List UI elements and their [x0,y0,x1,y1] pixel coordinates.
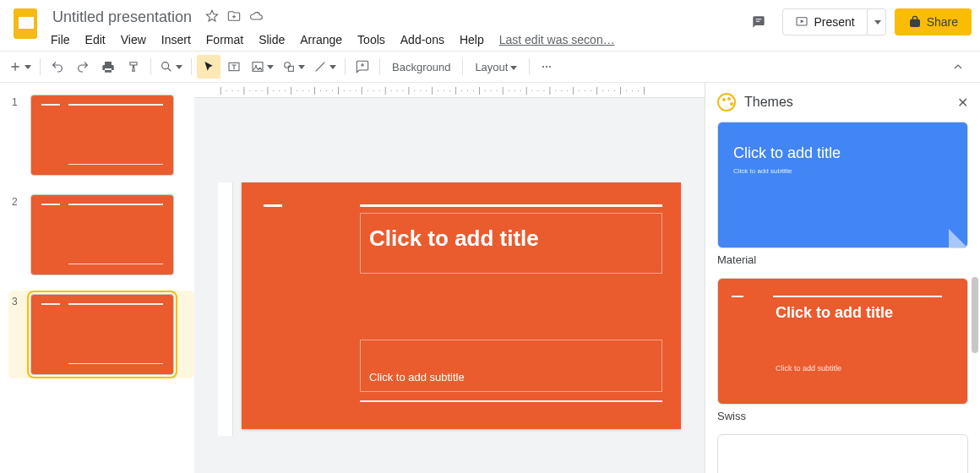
filmstrip: 1 2 3 [0,83,194,473]
present-dropdown[interactable] [868,8,886,35]
theme-card-material[interactable]: Click to add title Click to add subtitle [717,122,968,248]
thumbnail-preview [30,194,174,275]
slide-canvas[interactable]: Click to add title Click to add subtitle [242,182,681,429]
move-icon[interactable] [227,9,241,25]
slide-number: 1 [12,95,24,108]
select-tool-button[interactable] [197,55,220,79]
slide-thumbnail-2[interactable]: 2 [8,191,194,279]
new-slide-button[interactable] [5,55,35,79]
image-tool-button[interactable] [248,55,277,79]
themes-list[interactable]: Click to add title Click to add subtitle… [705,122,980,473]
themes-panel: Themes ✕ Click to add title Click to add… [705,83,980,473]
zoom-button[interactable] [156,55,186,79]
svg-point-1 [162,63,169,69]
star-icon[interactable] [205,9,219,25]
close-panel-button[interactable]: ✕ [957,95,968,111]
chevron-down-icon [24,65,31,69]
slide-accent-short [264,204,282,207]
themes-icon [717,93,736,111]
slide-number: 2 [12,194,24,208]
menu-slide[interactable]: Slide [257,31,286,48]
slides-logo[interactable] [8,7,42,41]
slides-logo-icon [14,8,37,39]
menu-addons[interactable]: Add-ons [399,31,446,48]
doc-title[interactable]: Untitled presentation [49,7,195,28]
menu-view[interactable]: View [119,31,148,48]
add-comment-button[interactable] [351,55,374,79]
open-comments-button[interactable] [743,7,774,37]
menu-edit[interactable]: Edit [84,31,107,48]
collapse-toolbar-button[interactable] [946,55,970,79]
print-button[interactable] [96,55,120,79]
horizontal-ruler[interactable]: | · · · | · · · | · · · | · · · | · · · … [194,83,705,98]
chevron-down-icon [267,65,274,69]
svg-point-8 [546,66,547,68]
menu-file[interactable]: File [49,31,72,48]
toolbar: Background Layout [0,51,980,83]
share-button[interactable]: Share [895,8,972,35]
slide-thumbnail-3[interactable]: 3 [8,291,194,378]
present-button[interactable]: Present [782,8,867,35]
subtitle-placeholder[interactable]: Click to add subtitle [360,340,662,392]
theme-label-material: Material [717,253,968,266]
vertical-ruler[interactable] [218,182,233,436]
cloud-status-icon[interactable] [249,9,263,25]
paint-format-button[interactable] [122,55,145,79]
title-placeholder[interactable]: Click to add title [360,213,662,274]
layout-button[interactable]: Layout [468,61,524,73]
menu-help[interactable]: Help [458,31,486,48]
page-fold-icon [949,229,967,247]
present-button-group: Present [782,8,885,35]
menu-tools[interactable]: Tools [356,31,387,48]
background-button[interactable]: Background [385,61,457,73]
thumbnail-preview [30,294,174,375]
slide-number: 3 [12,294,24,307]
svg-point-7 [542,66,544,68]
themes-panel-title: Themes [744,95,793,110]
theme-card-subtitle: Click to add subtitle [733,167,952,175]
svg-point-5 [285,63,291,68]
last-edit-link[interactable]: Last edit was secon… [498,31,617,48]
chevron-down-icon [329,65,336,69]
shape-tool-button[interactable] [279,55,308,79]
theme-card-title: Click to add title [776,304,952,322]
share-label: Share [927,15,958,29]
canvas-area: | · · · | · · · | · · · | · · · | · · · … [194,83,705,473]
menu-format[interactable]: Format [204,31,245,48]
present-label: Present [814,15,854,29]
menu-arrange[interactable]: Arrange [298,31,344,48]
chevron-down-icon [176,65,182,69]
chevron-down-icon [298,65,305,69]
title-block: Untitled presentation File Edit View Ins… [49,7,743,48]
slide-accent-bottom [360,400,662,402]
svg-point-9 [549,66,551,68]
app-header: Untitled presentation File Edit View Ins… [0,0,980,51]
redo-button[interactable] [71,55,95,79]
chevron-down-icon [874,20,881,24]
main-area: 1 2 3 | · · · | · · · | · · · | · · · | … [0,83,980,473]
svg-rect-3 [253,63,263,72]
menu-bar: File Edit View Insert Format Slide Arran… [49,31,743,48]
theme-card-swiss[interactable]: Click to add title Click to add subtitle [717,278,968,405]
line-tool-button[interactable] [310,55,340,79]
menu-insert[interactable]: Insert [160,31,193,48]
layout-label: Layout [475,61,508,73]
theme-card-next[interactable]: Click to add title [717,434,968,473]
slide-accent-long [360,204,662,207]
themes-scrollbar[interactable] [972,277,978,353]
theme-card-subtitle: Click to add subtitle [776,364,952,372]
more-options-button[interactable] [535,55,558,79]
textbox-tool-button[interactable] [222,55,246,79]
slide-thumbnail-1[interactable]: 1 [8,91,194,179]
undo-button[interactable] [46,55,69,79]
chevron-down-icon [510,66,517,70]
theme-card-title: Click to add title [733,144,952,162]
thumbnail-preview [30,95,174,176]
theme-label-swiss: Swiss [717,410,968,422]
